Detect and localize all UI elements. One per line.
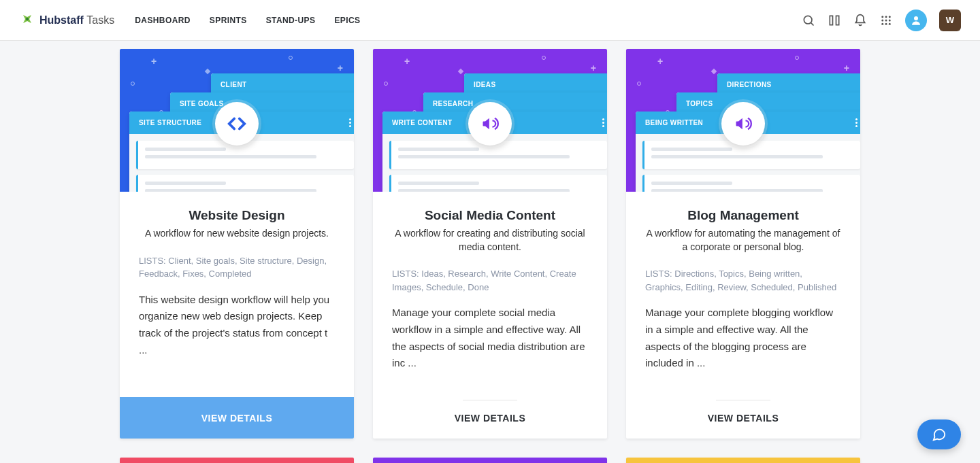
logo-icon (19, 12, 35, 29)
card-lists: LISTS: Ideas, Research, Write Content, C… (392, 267, 588, 294)
main-nav: DASHBOARD SPRINTS STAND-UPS EPICS (135, 16, 360, 25)
template-card: + + USER REQUESTS (626, 458, 860, 463)
kebab-icon (602, 118, 604, 127)
card-hero: + + DIRECTIONS TOPICS BEING WRITTEN (626, 49, 860, 192)
logo[interactable]: Hubstaff Tasks (19, 12, 114, 29)
svg-point-4 (881, 16, 883, 18)
card-subtitle: A workflow for new website design projec… (139, 227, 335, 241)
card-subtitle: A workflow for automating the management… (645, 227, 841, 254)
nav-sprints[interactable]: SPRINTS (210, 16, 247, 25)
card-subtitle: A workflow for creating and distributing… (392, 227, 588, 254)
svg-point-8 (885, 19, 887, 21)
svg-point-5 (885, 16, 887, 18)
card-hero: + + CAPTURE (120, 458, 354, 463)
logo-text: Hubstaff Tasks (39, 14, 114, 27)
svg-point-11 (885, 22, 887, 24)
template-card: + + CONTACTING (373, 458, 607, 463)
template-card: + + IDEAS RESEARCH WRITE CONTENT Soci (373, 49, 607, 439)
account-icon[interactable] (905, 10, 927, 31)
svg-point-6 (889, 16, 891, 18)
view-details-button[interactable]: VIEW DETAILS (120, 397, 354, 439)
template-card: + + CAPTURE (120, 458, 354, 463)
svg-point-7 (881, 19, 883, 21)
card-description: Manage your complete blogging workflow i… (645, 305, 841, 372)
svg-point-10 (881, 22, 883, 24)
svg-rect-3 (836, 16, 839, 24)
apps-icon[interactable] (879, 14, 893, 27)
code-icon (215, 102, 259, 145)
card-hero: + + USER REQUESTS (626, 458, 860, 463)
hero-list-label: CLIENT (220, 81, 247, 88)
card-lists: LISTS: Client, Site goals, Site structur… (139, 254, 335, 281)
svg-point-1 (804, 16, 812, 24)
card-description: This website design workflow will help y… (139, 292, 335, 359)
card-lists: LISTS: Directions, Topics, Being written… (645, 267, 841, 294)
card-body: Blog Management A workflow for automatin… (626, 192, 860, 384)
card-hero: + + CLIENT SITE GOALS SITE STRUCTURE (120, 49, 354, 192)
svg-point-13 (914, 16, 918, 20)
svg-point-0 (26, 18, 29, 20)
template-card: + + CLIENT SITE GOALS SITE STRUCTURE (120, 49, 354, 439)
hero-list-label: DIRECTIONS (727, 81, 772, 88)
nav-standups[interactable]: STAND-UPS (266, 16, 316, 25)
hero-list-label: RESEARCH (433, 100, 473, 107)
view-details-button[interactable]: VIEW DETAILS (373, 384, 607, 439)
hero-list-label: WRITE CONTENT (392, 119, 453, 126)
card-description: Manage your complete social media workfl… (392, 305, 588, 372)
card-hero: + + IDEAS RESEARCH WRITE CONTENT (373, 49, 607, 192)
card-hero: + + CONTACTING (373, 458, 607, 463)
card-title: Website Design (139, 208, 335, 223)
hero-list-label: TOPICS (686, 100, 713, 107)
svg-point-9 (889, 19, 891, 21)
nav-dashboard[interactable]: DASHBOARD (135, 16, 191, 25)
svg-rect-2 (830, 16, 832, 24)
hero-list-label: SITE STRUCTURE (139, 119, 201, 126)
hero-list-label: SITE GOALS (180, 100, 224, 107)
app-header: Hubstaff Tasks DASHBOARD SPRINTS STAND-U… (0, 0, 980, 41)
view-details-button[interactable]: VIEW DETAILS (626, 384, 860, 439)
hero-list-label: BEING WRITTEN (645, 119, 703, 126)
bell-icon[interactable] (853, 14, 867, 27)
search-icon[interactable] (802, 14, 815, 27)
svg-point-12 (889, 22, 891, 24)
templates-grid-container: + + CLIENT SITE GOALS SITE STRUCTURE (116, 41, 864, 463)
header-actions: W (802, 10, 961, 31)
avatar[interactable]: W (939, 10, 961, 31)
kebab-icon (349, 118, 351, 127)
card-title: Social Media Content (392, 208, 588, 223)
chat-fab[interactable] (917, 419, 961, 449)
card-body: Social Media Content A workflow for crea… (373, 192, 607, 384)
card-title: Blog Management (645, 208, 841, 223)
panels-icon[interactable] (828, 14, 841, 27)
kebab-icon (855, 118, 858, 127)
template-card: + + DIRECTIONS TOPICS BEING WRITTEN B (626, 49, 860, 439)
bullhorn-icon (468, 102, 512, 145)
bullhorn-icon (721, 102, 765, 145)
hero-list-label: IDEAS (474, 81, 496, 88)
card-body: Website Design A workflow for new websit… (120, 192, 354, 397)
nav-epics[interactable]: EPICS (334, 16, 360, 25)
